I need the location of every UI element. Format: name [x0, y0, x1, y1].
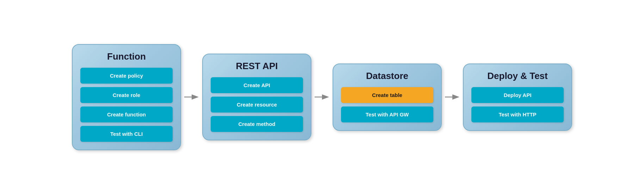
btn-create-role[interactable]: Create role	[80, 87, 173, 103]
btn-create-policy[interactable]: Create policy	[80, 68, 173, 84]
card-deploy-test: Deploy & Test Deploy API Test with HTTP	[463, 63, 572, 131]
card-title-datastore: Datastore	[341, 71, 433, 81]
column-deploy-test: Deploy & Test Deploy API Test with HTTP	[463, 63, 572, 131]
card-title-function: Function	[80, 51, 173, 62]
card-title-deploy-test: Deploy & Test	[471, 71, 564, 81]
btn-create-function[interactable]: Create function	[80, 107, 173, 122]
btn-deploy-api[interactable]: Deploy API	[471, 87, 564, 103]
btn-create-api[interactable]: Create API	[211, 77, 303, 93]
column-rest-api: REST API Create API Create resource Crea…	[202, 54, 311, 140]
card-datastore: Datastore Create table Test with API GW	[333, 63, 442, 131]
card-rest-api: REST API Create API Create resource Crea…	[202, 54, 311, 140]
arrow-3	[442, 90, 463, 104]
btn-create-resource[interactable]: Create resource	[211, 97, 303, 113]
card-function: Function Create policy Create role Creat…	[72, 44, 181, 150]
btn-test-api-gw[interactable]: Test with API GW	[341, 107, 433, 122]
column-datastore: Datastore Create table Test with API GW	[333, 63, 442, 131]
btn-create-table[interactable]: Create table	[341, 87, 433, 103]
btn-test-http[interactable]: Test with HTTP	[471, 107, 564, 122]
diagram: Function Create policy Create role Creat…	[58, 37, 586, 157]
arrow-2	[311, 90, 333, 104]
arrow-1	[181, 90, 202, 104]
column-function: Function Create policy Create role Creat…	[72, 44, 181, 150]
btn-test-cli[interactable]: Test with CLI	[80, 126, 173, 142]
card-title-rest-api: REST API	[211, 61, 303, 72]
btn-create-method[interactable]: Create method	[211, 116, 303, 132]
